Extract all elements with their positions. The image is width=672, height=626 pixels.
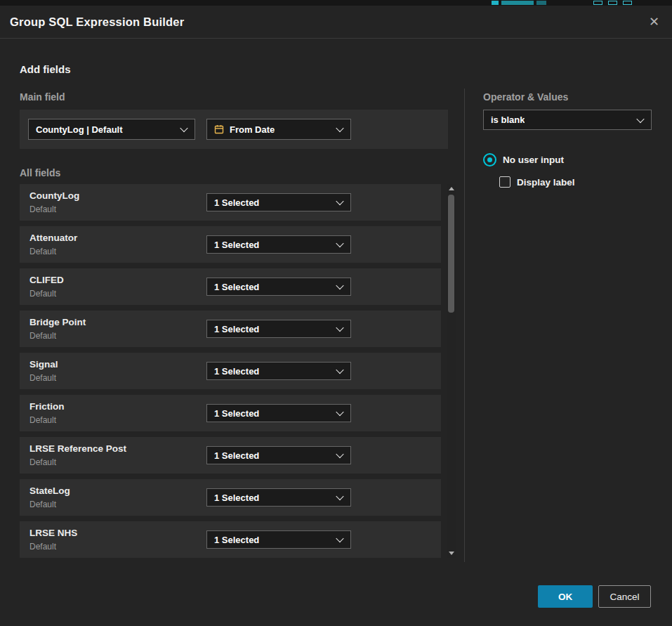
field-selected-dropdown[interactable]: 1 Selected	[206, 362, 351, 380]
field-row: Friction Default 1 Selected	[20, 395, 441, 431]
field-row: CLIFED Default 1 Selected	[20, 268, 441, 305]
checkbox-unchecked-icon[interactable]	[499, 176, 510, 188]
field-name: Friction	[29, 401, 65, 412]
field-sublabel: Default	[29, 204, 56, 214]
all-fields-label: All fields	[20, 167, 60, 178]
field-row: LRSE NHS Default 1 Selected	[20, 521, 441, 558]
field-row: StateLog Default 1 Selected	[20, 479, 441, 516]
field-row: Signal Default 1 Selected	[20, 353, 441, 389]
no-user-input-label: No user input	[503, 155, 564, 165]
field-selected-dropdown[interactable]: 1 Selected	[206, 530, 351, 549]
field-selected-dropdown[interactable]: 1 Selected	[206, 320, 351, 338]
field-sublabel: Default	[29, 415, 56, 425]
field-selected-dropdown[interactable]: 1 Selected	[206, 193, 351, 211]
operator-values-label: Operator & Values	[483, 91, 568, 103]
field-selected-value: 1 Selected	[214, 493, 259, 503]
close-icon[interactable]: ✕	[646, 14, 662, 30]
chevron-down-icon	[336, 282, 343, 289]
scrollbar[interactable]	[447, 184, 456, 558]
chevron-down-icon	[336, 493, 343, 500]
chevron-down-icon	[180, 124, 187, 132]
chevron-down-icon	[336, 324, 343, 332]
field-row: Attenuator Default 1 Selected	[20, 226, 441, 263]
app-strip-fragment	[593, 1, 602, 5]
field-sublabel: Default	[29, 331, 56, 341]
chevron-down-icon	[336, 197, 343, 205]
field-name: CLIFED	[29, 275, 64, 285]
scrollbar-thumb[interactable]	[448, 195, 454, 313]
radio-selected-icon[interactable]	[483, 153, 496, 167]
field-sublabel: Default	[29, 247, 56, 256]
chevron-down-icon	[636, 115, 644, 122]
section-title: Add fields	[20, 63, 71, 75]
main-field-source-dropdown[interactable]: CountyLog | Default	[28, 119, 195, 140]
field-sublabel: Default	[29, 457, 56, 467]
field-selected-dropdown[interactable]: 1 Selected	[206, 235, 351, 254]
screen: Group SQL Expression Builder ✕ Add field…	[0, 0, 672, 626]
field-name: Bridge Point	[29, 317, 86, 327]
main-field-label: Main field	[20, 91, 65, 103]
field-selected-value: 1 Selected	[214, 366, 259, 377]
dialog-titlebar: Group SQL Expression Builder ✕	[0, 6, 672, 39]
operator-value: is blank	[491, 115, 525, 125]
field-selected-dropdown[interactable]: 1 Selected	[206, 278, 351, 296]
field-name: LRSE NHS	[29, 528, 77, 538]
field-name: Signal	[29, 359, 58, 370]
app-strip-fragment	[608, 1, 617, 5]
field-selected-value: 1 Selected	[214, 324, 259, 334]
field-sublabel: Default	[29, 542, 56, 552]
all-fields-list: CountyLog Default 1 Selected Attenuator …	[20, 184, 441, 563]
calendar-icon	[214, 124, 224, 134]
field-selected-value: 1 Selected	[214, 240, 259, 250]
display-label-option[interactable]: Display label	[499, 176, 575, 188]
ok-button[interactable]: OK	[538, 585, 593, 608]
app-strip-fragment	[623, 1, 632, 5]
main-field-source-value: CountyLog | Default	[36, 124, 123, 135]
field-sublabel: Default	[29, 500, 56, 509]
chevron-down-icon	[336, 366, 343, 374]
field-name: CountyLog	[29, 190, 79, 201]
chevron-down-icon	[336, 450, 343, 458]
app-strip-fragment	[501, 1, 534, 5]
field-row: Bridge Point Default 1 Selected	[20, 311, 441, 347]
chevron-down-icon	[336, 408, 343, 416]
display-label-text: Display label	[517, 177, 575, 188]
field-sublabel: Default	[29, 289, 56, 299]
app-strip-fragment	[492, 1, 499, 5]
field-row: LRSE Reference Post Default 1 Selected	[20, 437, 441, 474]
field-selected-dropdown[interactable]: 1 Selected	[206, 404, 351, 422]
operator-dropdown[interactable]: is blank	[483, 110, 652, 130]
chevron-down-icon	[336, 535, 343, 542]
field-selected-value: 1 Selected	[214, 282, 259, 292]
field-sublabel: Default	[29, 373, 56, 383]
field-selected-dropdown[interactable]: 1 Selected	[206, 488, 351, 507]
main-field-date-dropdown[interactable]: From Date	[206, 119, 351, 140]
field-selected-dropdown[interactable]: 1 Selected	[206, 446, 351, 464]
chevron-down-icon	[336, 240, 343, 247]
cancel-button[interactable]: Cancel	[598, 585, 651, 608]
field-selected-value: 1 Selected	[214, 197, 259, 208]
field-name: LRSE Reference Post	[29, 443, 126, 454]
field-selected-value: 1 Selected	[214, 450, 259, 461]
app-strip-fragment	[536, 1, 546, 5]
field-name: StateLog	[29, 485, 70, 496]
radio-dot	[487, 157, 492, 162]
background-app-strip	[0, 0, 672, 6]
field-row: CountyLog Default 1 Selected	[20, 184, 441, 221]
sql-expression-builder-dialog: Group SQL Expression Builder ✕ Add field…	[0, 6, 672, 626]
field-selected-value: 1 Selected	[214, 535, 259, 545]
main-field-panel: CountyLog | Default From Date	[20, 110, 448, 149]
dialog-title: Group SQL Expression Builder	[10, 15, 184, 29]
scroll-up-icon[interactable]	[449, 187, 454, 190]
main-field-date-value: From Date	[230, 124, 275, 135]
chevron-down-icon	[336, 124, 343, 132]
no-user-input-option[interactable]: No user input	[483, 153, 564, 167]
field-name: Attenuator	[29, 233, 77, 243]
scroll-down-icon[interactable]	[449, 552, 454, 555]
field-selected-value: 1 Selected	[214, 408, 259, 419]
vertical-divider	[464, 89, 465, 562]
